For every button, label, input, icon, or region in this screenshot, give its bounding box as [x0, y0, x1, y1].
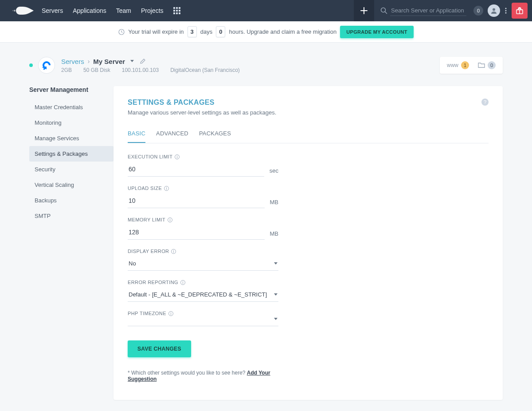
- suggestion-prefix: * Which other settings would you like to…: [128, 370, 247, 376]
- upgrade-button[interactable]: UPGRADE MY ACCOUNT: [340, 26, 413, 38]
- server-meta: 2GB 50 GB Disk 100.101.00.103 DigitalOce…: [61, 67, 240, 73]
- save-changes-button[interactable]: SAVE CHANGES: [128, 340, 191, 357]
- svg-rect-20: [43, 67, 43, 68]
- trial-days-value: 3: [188, 26, 197, 37]
- nav-link-applications[interactable]: Applications: [73, 7, 106, 14]
- sidebar-item-master-credentials[interactable]: Master Credentials: [29, 99, 113, 115]
- sidebar-item-vertical-scaling[interactable]: Vertical Scaling: [29, 177, 113, 193]
- info-icon[interactable]: [180, 280, 185, 285]
- tabs: BASIC ADVANCED PACKAGES: [128, 130, 489, 143]
- svg-rect-9: [176, 12, 178, 14]
- info-icon[interactable]: [171, 249, 176, 254]
- server-name: My Server: [93, 58, 125, 65]
- sidebar-item-manage-services[interactable]: Manage Services: [29, 130, 113, 146]
- panel-subtitle: Manage various server-level settings as …: [128, 109, 276, 116]
- help-icon[interactable]: ?: [481, 99, 489, 106]
- nav-link-team[interactable]: Team: [116, 7, 131, 14]
- provider-icon: [38, 57, 55, 74]
- kebab-menu-icon[interactable]: [504, 8, 508, 14]
- svg-rect-4: [179, 7, 180, 9]
- sidebar-item-security[interactable]: Security: [29, 162, 113, 177]
- nav-links: Servers Applications Team Projects: [42, 7, 164, 14]
- svg-rect-5: [173, 10, 175, 12]
- trial-days-label: days: [200, 28, 212, 35]
- sidebar-item-settings-packages[interactable]: Settings & Packages: [29, 146, 113, 162]
- sidebar-item-smtp[interactable]: SMTP: [29, 208, 113, 224]
- tab-advanced[interactable]: ADVANCED: [156, 130, 188, 143]
- projects-pill[interactable]: 0: [478, 61, 496, 69]
- server-header: Servers › My Server 2GB 50 GB Disk 100.1…: [29, 57, 503, 74]
- add-button[interactable]: [354, 0, 374, 21]
- search-input[interactable]: [390, 5, 466, 16]
- trial-prefix: Your trial will expire in: [128, 28, 184, 35]
- php-timezone-label: PHP TIMEZONE: [128, 311, 166, 316]
- field-upload-size: UPLOAD SIZE MB: [128, 186, 278, 208]
- info-icon[interactable]: [164, 186, 169, 191]
- svg-rect-7: [179, 10, 180, 12]
- error-reporting-label: ERROR REPORTING: [128, 280, 178, 285]
- info-icon[interactable]: [168, 217, 172, 222]
- svg-rect-6: [176, 10, 178, 12]
- notification-badge[interactable]: 0: [473, 6, 483, 16]
- info-icon[interactable]: [168, 311, 173, 316]
- apps-grid-icon[interactable]: [173, 7, 180, 14]
- breadcrumb-servers-link[interactable]: Servers: [61, 58, 84, 65]
- execution-limit-label: EXECUTION LIMIT: [128, 154, 172, 159]
- trial-hours-suffix: hours. Upgrade and claim a free migratio…: [229, 28, 336, 35]
- display-error-select[interactable]: No: [128, 257, 278, 271]
- sidebar-item-monitoring[interactable]: Monitoring: [29, 115, 113, 130]
- field-error-reporting: ERROR REPORTING Default - [E_ALL & ~E_DE…: [128, 280, 278, 302]
- svg-point-13: [505, 8, 507, 9]
- sidebar-title: Server Management: [29, 86, 113, 93]
- svg-rect-10: [179, 12, 180, 14]
- server-status-dot: [29, 63, 33, 67]
- avatar[interactable]: [488, 4, 500, 17]
- server-spec-ip: 100.101.00.103: [122, 67, 159, 73]
- content-columns: Server Management Master Credentials Mon…: [29, 86, 503, 400]
- chevron-right-icon: ›: [88, 58, 90, 65]
- svg-point-1: [12, 10, 13, 11]
- nav-link-projects[interactable]: Projects: [141, 7, 164, 14]
- folder-icon: [478, 62, 485, 69]
- nav-link-servers[interactable]: Servers: [42, 7, 63, 14]
- www-pill-label: www: [447, 62, 458, 68]
- server-dropdown-caret[interactable]: [129, 60, 136, 63]
- svg-point-0: [14, 10, 16, 12]
- error-reporting-select[interactable]: Default - [E_ALL & ~E_DEPRECATED & ~E_ST…: [128, 288, 278, 302]
- logo[interactable]: [12, 6, 35, 16]
- settings-panel: SETTINGS & PACKAGES Manage various serve…: [113, 86, 503, 400]
- svg-point-12: [493, 8, 495, 11]
- server-spec-provider: DigitalOcean (San Francisco): [170, 67, 240, 73]
- trial-bar: Your trial will expire in 3 days 0 hours…: [0, 21, 532, 43]
- field-memory-limit: MEMORY LIMIT MB: [128, 217, 278, 240]
- top-nav: Servers Applications Team Projects 0: [0, 0, 532, 21]
- svg-point-15: [505, 12, 507, 14]
- projects-pill-count: 0: [488, 61, 496, 69]
- field-php-timezone: PHP TIMEZONE: [128, 311, 278, 326]
- sidebar: Server Management Master Credentials Mon…: [29, 86, 113, 400]
- search-icon: [380, 7, 387, 14]
- server-titles: Servers › My Server 2GB 50 GB Disk 100.1…: [61, 58, 240, 73]
- tab-basic[interactable]: BASIC: [128, 130, 145, 143]
- www-pill[interactable]: www 1: [447, 61, 469, 69]
- svg-rect-2: [173, 7, 175, 9]
- edit-server-name-icon[interactable]: [139, 59, 146, 64]
- memory-limit-unit: MB: [270, 230, 279, 240]
- field-display-error: DISPLAY ERROR No: [128, 249, 278, 271]
- upload-size-input[interactable]: [128, 194, 265, 208]
- sidebar-item-backups[interactable]: Backups: [29, 193, 113, 208]
- clock-icon: [118, 29, 125, 35]
- tab-packages[interactable]: PACKAGES: [199, 130, 231, 143]
- upload-size-unit: MB: [270, 199, 279, 208]
- php-timezone-select[interactable]: [128, 319, 278, 326]
- svg-rect-19: [43, 68, 45, 70]
- display-error-label: DISPLAY ERROR: [128, 249, 169, 254]
- field-execution-limit: EXECUTION LIMIT sec: [128, 154, 278, 177]
- upload-size-label: UPLOAD SIZE: [128, 186, 162, 191]
- memory-limit-input[interactable]: [128, 225, 265, 240]
- page: Servers › My Server 2GB 50 GB Disk 100.1…: [0, 43, 532, 411]
- gift-button[interactable]: [512, 3, 528, 19]
- execution-limit-input[interactable]: [128, 162, 264, 177]
- info-icon[interactable]: [175, 154, 180, 159]
- breadcrumb: Servers › My Server: [61, 58, 240, 65]
